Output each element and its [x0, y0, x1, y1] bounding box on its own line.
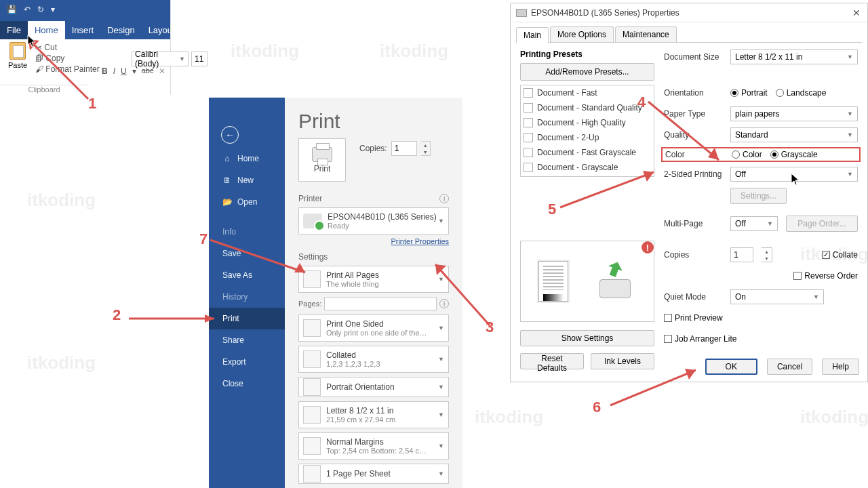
- preset-item[interactable]: Document - 2-Up: [521, 130, 654, 145]
- sidebar-item-open[interactable]: 📂Open: [209, 191, 285, 213]
- document-icon: 🗎: [222, 176, 232, 185]
- quality-combo[interactable]: Standard▼: [730, 127, 858, 142]
- setting-paper-size[interactable]: Letter 8 1/2 x 11 in21,59 cm x 27,94 cm▼: [298, 401, 449, 428]
- ok-button[interactable]: OK: [705, 359, 757, 375]
- preset-icon: [524, 118, 533, 127]
- setting-print-all-pages[interactable]: Print All PagesThe whole thing▼: [298, 266, 449, 293]
- tab-design[interactable]: Design: [100, 21, 141, 39]
- preset-item[interactable]: Document - Grayscale: [521, 160, 654, 175]
- radio-color[interactable]: Color: [732, 150, 762, 159]
- backstage-view: ← ⌂Home 🗎New 📂Open Info Save Save As His…: [209, 98, 462, 488]
- back-button[interactable]: ←: [221, 126, 239, 144]
- qat-more-icon[interactable]: ▾: [51, 5, 55, 14]
- annotation-number-3: 3: [486, 319, 494, 336]
- copy-button[interactable]: 🗐 Copy: [35, 53, 100, 64]
- radio-landscape[interactable]: Landscape: [776, 88, 827, 98]
- sidebar-item-save[interactable]: Save: [209, 243, 285, 264]
- copies-input[interactable]: [730, 247, 753, 262]
- sidebar-item-history[interactable]: History: [209, 286, 285, 308]
- preset-item[interactable]: Document - High Quality: [521, 115, 654, 130]
- ink-levels-button[interactable]: Ink Levels: [591, 353, 654, 369]
- preview-printer-icon: [595, 264, 636, 298]
- setting-orientation[interactable]: Portrait Orientation▼: [298, 377, 449, 397]
- underline-button[interactable]: U: [121, 66, 127, 76]
- font-size-dropdown[interactable]: 11: [191, 52, 208, 66]
- page-order-button[interactable]: Page Order...: [786, 216, 858, 232]
- undo-icon[interactable]: ↶: [24, 5, 31, 14]
- preset-list[interactable]: Document - Fast Document - Standard Qual…: [520, 85, 654, 177]
- presets-title: Printing Presets: [520, 49, 654, 59]
- sidebar-item-info[interactable]: Info: [209, 221, 285, 243]
- doc-size-combo[interactable]: Letter 8 1/2 x 11 in▼: [730, 49, 858, 64]
- checkbox-collate[interactable]: Collate: [822, 250, 858, 260]
- strike-button[interactable]: abc: [142, 66, 154, 76]
- radio-portrait[interactable]: Portrait: [730, 88, 768, 98]
- copies-spinner[interactable]: ▲▼: [421, 141, 431, 156]
- annotation-number-1: 1: [88, 95, 96, 113]
- settings-header: Settings: [298, 252, 328, 262]
- cancel-button[interactable]: Cancel: [767, 359, 812, 375]
- paper-type-combo[interactable]: plain papers▼: [730, 106, 858, 121]
- setting-collated[interactable]: Collated1,2,3 1,2,3 1,2,3▼: [298, 346, 449, 373]
- clear-format-button[interactable]: ✕: [159, 66, 165, 76]
- italic-button[interactable]: I: [113, 66, 115, 76]
- setting-margins[interactable]: Normal MarginsTop: 2,54 cm Bottom: 2,54 …: [298, 432, 449, 460]
- two-sided-settings-button[interactable]: Settings...: [730, 188, 787, 204]
- sidebar-item-close[interactable]: Close: [209, 373, 285, 394]
- bold-button[interactable]: B: [102, 66, 108, 76]
- sidebar-item-new[interactable]: 🗎New: [209, 169, 285, 191]
- show-settings-button[interactable]: Show Settings: [520, 330, 654, 346]
- tab-insert[interactable]: Insert: [65, 21, 101, 39]
- printer-properties-dialog: EPSON44B01D (L365 Series) Properties ✕ M…: [510, 3, 868, 382]
- preset-item[interactable]: Document - Fast: [521, 85, 654, 100]
- tab-file[interactable]: File: [0, 21, 28, 39]
- setting-one-sided[interactable]: Print One SidedOnly print on one side of…: [298, 314, 449, 342]
- copies-input[interactable]: [391, 141, 417, 156]
- printer-properties-link[interactable]: Printer Properties: [298, 237, 449, 245]
- tab-layout[interactable]: Layout: [142, 21, 182, 39]
- info-icon[interactable]: i: [439, 299, 449, 308]
- sidebar-item-export[interactable]: Export: [209, 351, 285, 373]
- sidebar-item-save-as[interactable]: Save As: [209, 264, 285, 286]
- printer-header: Printer: [298, 194, 322, 203]
- backstage-main: Print Print Copies: ▲▼ Printeri EPSON44B…: [285, 98, 462, 488]
- setting-pages-per-sheet[interactable]: 1 Page Per Sheet▼: [298, 464, 449, 484]
- sidebar-item-print[interactable]: Print: [209, 308, 285, 329]
- sidebar-item-share[interactable]: Share: [209, 329, 285, 351]
- save-icon[interactable]: 💾: [7, 5, 17, 14]
- printer-selector[interactable]: EPSON44B01D (L365 Series)Ready ▼: [298, 207, 449, 235]
- cut-button[interactable]: ✂ Cut: [35, 42, 100, 53]
- pages-input[interactable]: [324, 297, 437, 310]
- checkbox-print-preview[interactable]: Print Preview: [664, 313, 723, 323]
- checkbox-job-arranger[interactable]: Job Arranger Lite: [664, 334, 736, 344]
- reset-defaults-button[interactable]: Reset Defaults: [520, 353, 584, 369]
- dlg-tab-more-options[interactable]: More Options: [550, 26, 614, 42]
- two-sided-combo[interactable]: Off▼: [730, 167, 858, 182]
- preset-icon: [524, 133, 533, 142]
- font-name-dropdown[interactable]: Calibri (Body)▼: [132, 52, 189, 66]
- checkbox-reverse-order[interactable]: Reverse Order: [793, 271, 858, 281]
- print-button[interactable]: Print: [298, 138, 346, 182]
- preset-item[interactable]: Document - Standard Quality: [521, 100, 654, 115]
- clipboard-group-label: Clipboard: [0, 85, 88, 94]
- add-remove-presets-button[interactable]: Add/Remove Presets...: [520, 63, 654, 81]
- dlg-tab-main[interactable]: Main: [516, 27, 549, 43]
- redo-icon[interactable]: ↻: [37, 5, 44, 14]
- copies-spinner[interactable]: ▲▼: [762, 247, 772, 262]
- sidebar-item-home[interactable]: ⌂Home: [209, 148, 285, 169]
- tab-home[interactable]: Home: [28, 21, 65, 39]
- help-button[interactable]: Help: [822, 359, 859, 375]
- paste-label: Paste: [8, 61, 27, 69]
- quiet-mode-combo[interactable]: On▼: [730, 289, 824, 304]
- radio-grayscale[interactable]: Grayscale: [770, 150, 818, 159]
- close-button[interactable]: ✕: [850, 6, 863, 20]
- annotation-number-2: 2: [113, 306, 121, 324]
- label-quiet-mode: Quiet Mode: [664, 292, 730, 302]
- format-painter-button[interactable]: 🖌 Format Painter: [35, 64, 100, 75]
- info-icon[interactable]: i: [439, 194, 449, 203]
- watermark: itkoding: [800, 407, 868, 428]
- multi-page-combo[interactable]: Off▼: [730, 216, 778, 231]
- preset-item[interactable]: Document - Fast Grayscale: [521, 145, 654, 160]
- dlg-tab-maintenance[interactable]: Maintenance: [615, 26, 677, 42]
- paste-button[interactable]: Paste: [4, 42, 31, 69]
